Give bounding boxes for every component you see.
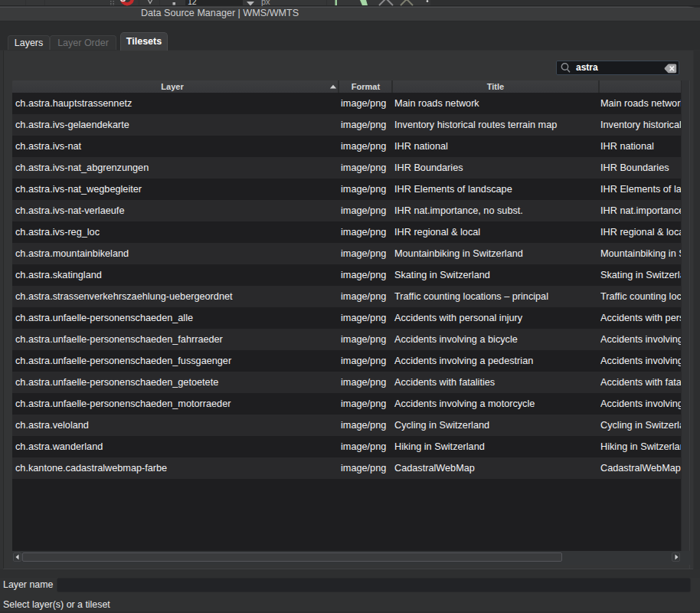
svg-text:px: px: [261, 0, 270, 6]
svg-text:12: 12: [188, 0, 197, 6]
